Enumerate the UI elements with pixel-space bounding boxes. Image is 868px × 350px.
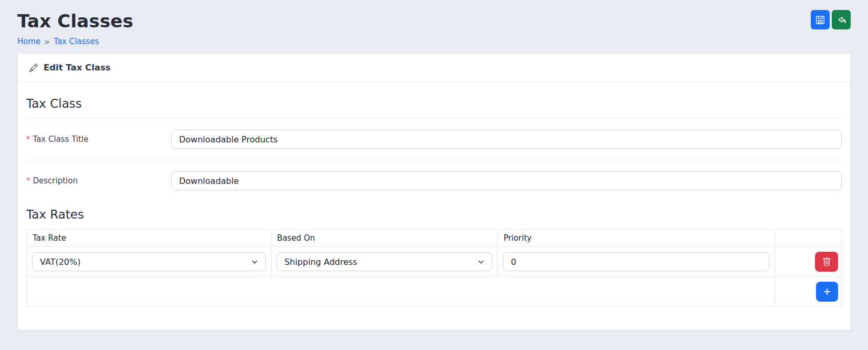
breadcrumb-separator: > [40, 38, 54, 46]
plus-icon: + [823, 285, 831, 298]
column-header-priority: Priority [498, 230, 775, 247]
column-header-tax-rate: Tax Rate [27, 230, 271, 247]
card-header-title: Edit Tax Class [44, 63, 111, 73]
tax-class-title-label-text: Tax Class Title [33, 135, 89, 144]
page-header: Tax Classes Home > Tax Classes [0, 0, 868, 46]
column-header-based-on: Based On [271, 230, 497, 247]
pencil-icon [29, 64, 38, 72]
empty-cell [27, 277, 775, 307]
reply-arrow-icon [836, 15, 846, 25]
required-marker: * [26, 176, 30, 186]
based-on-select[interactable]: Shipping Address [277, 252, 492, 271]
add-row: + [27, 277, 842, 307]
table-header-row: Tax Rate Based On Priority [27, 230, 842, 247]
tax-class-title-label: *Tax Class Title [26, 135, 171, 144]
chevron-down-icon [477, 258, 485, 265]
trash-icon [822, 258, 831, 266]
section-heading-tax-class: Tax Class [26, 97, 842, 119]
required-marker: * [26, 135, 30, 144]
form-row-tax-class-title: *Tax Class Title [26, 119, 842, 160]
description-label-text: Description [33, 176, 78, 186]
header-actions [811, 7, 851, 29]
tax-rate-select[interactable]: VAT(20%) [32, 252, 266, 271]
floppy-disk-icon [815, 15, 825, 25]
tax-rate-row: VAT(20%) Shipping Address [27, 247, 842, 277]
tax-rates-table: Tax Rate Based On Priority VAT(20%) [26, 229, 842, 307]
priority-input[interactable] [503, 252, 769, 271]
section-heading-tax-rates: Tax Rates [26, 208, 842, 229]
page-heading-group: Tax Classes Home > Tax Classes [17, 7, 133, 46]
column-header-actions [775, 230, 841, 247]
card-body: Tax Class *Tax Class Title *Description … [18, 82, 850, 330]
breadcrumb-current-link[interactable]: Tax Classes [54, 37, 99, 46]
tax-class-title-input[interactable] [171, 130, 842, 149]
edit-tax-class-card: Edit Tax Class Tax Class *Tax Class Titl… [17, 53, 851, 331]
breadcrumb: Home > Tax Classes [17, 37, 133, 46]
tax-rate-select-value: VAT(20%) [40, 257, 80, 267]
based-on-select-value: Shipping Address [285, 257, 358, 267]
breadcrumb-home-link[interactable]: Home [17, 37, 40, 46]
description-input[interactable] [171, 171, 842, 190]
page-title: Tax Classes [17, 11, 133, 32]
description-label: *Description [26, 176, 171, 186]
card-header: Edit Tax Class [18, 54, 850, 82]
chevron-down-icon [251, 258, 258, 265]
back-button[interactable] [832, 10, 851, 29]
delete-row-button[interactable] [815, 252, 838, 272]
save-button[interactable] [811, 10, 830, 29]
add-row-button[interactable]: + [816, 282, 838, 302]
form-row-description: *Description [26, 160, 842, 201]
